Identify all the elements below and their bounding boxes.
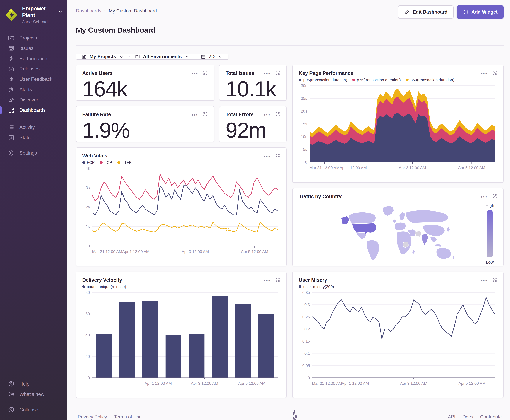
chart-legend: user_misery(300) [299, 285, 334, 289]
edit-dashboard-button[interactable]: Edit Dashboard [398, 6, 454, 19]
expand-icon[interactable] [275, 153, 280, 159]
expand-icon[interactable] [492, 277, 497, 283]
widget-title: Total Issues [226, 70, 254, 76]
widget-title: Delivery Velocity [82, 277, 126, 283]
map-legend-gradient [487, 210, 493, 257]
page-footer: Privacy Policy Terms of Use API Docs Con… [76, 405, 504, 420]
svg-text:0.35: 0.35 [302, 290, 310, 295]
stats-icon [8, 134, 15, 141]
map-region-scandinavia [399, 212, 405, 221]
org-switcher[interactable]: Empower Plant Jane Schmidt [0, 0, 67, 29]
legend-label: p75(transaction.duration) [357, 78, 401, 82]
widget-menu-button[interactable]: ••• [192, 112, 198, 117]
delivery-velocity-chart[interactable]: 020406080Apr 1 12:00 AMApr 3 12:00 AMApr… [82, 290, 281, 387]
widget-menu-button[interactable]: ••• [481, 277, 488, 283]
project-filter[interactable]: My Projects [76, 54, 129, 59]
sidebar-collapse-button[interactable]: Collapse [0, 405, 67, 415]
sidebar-item-label: Issues [19, 45, 33, 51]
svg-text:20: 20 [85, 354, 90, 359]
map-region-russia [406, 210, 448, 223]
expand-icon[interactable] [203, 112, 208, 117]
api-link[interactable]: API [448, 414, 455, 420]
svg-text:Mar 31 12:00 AM: Mar 31 12:00 AM [92, 249, 122, 254]
sidebar: Empower Plant Jane Schmidt Projects Issu… [0, 0, 67, 420]
sidebar-item-help[interactable]: Help [0, 379, 67, 389]
sidebar-item-releases[interactable]: Releases [0, 64, 67, 74]
chevron-down-icon [185, 54, 190, 59]
add-widget-button[interactable]: Add Widget [457, 6, 504, 19]
gear-icon [8, 150, 15, 156]
map-legend: High Low [485, 203, 494, 265]
kpi-value: 92m [226, 120, 280, 141]
widget-menu-button[interactable]: ••• [192, 70, 198, 76]
environment-filter[interactable]: All Environments [130, 54, 195, 59]
sidebar-item-label: Performance [19, 56, 47, 61]
map-region-usa [352, 223, 376, 234]
expand-icon[interactable] [492, 194, 497, 199]
key-page-performance-chart[interactable]: 05s10s15s20s25s30sMar 31 12:00 AMApr 1 1… [299, 83, 498, 172]
widget-menu-button[interactable]: ••• [264, 277, 271, 283]
sidebar-item-activity[interactable]: Activity [0, 122, 67, 132]
project-filter-icon [81, 54, 87, 59]
svg-text:0.05: 0.05 [302, 363, 310, 368]
sidebar-item-settings[interactable]: Settings [0, 148, 67, 158]
widget-menu-button[interactable]: ••• [481, 194, 488, 199]
map-legend-high: High [485, 203, 494, 208]
sidebar-item-dashboards[interactable]: Dashboards [0, 105, 67, 115]
widget-menu-button[interactable]: ••• [264, 112, 271, 117]
sidebar-item-whats-new[interactable]: What's new [0, 389, 67, 399]
map-region-madagascar [412, 249, 415, 254]
user-misery-chart[interactable]: 00.050.10.150.20.250.30.35Mar 31 12:00 A… [299, 290, 498, 387]
docs-link[interactable]: Docs [462, 414, 473, 420]
sidebar-item-performance[interactable]: Performance [0, 53, 67, 64]
terms-of-use-link[interactable]: Terms of Use [114, 414, 142, 420]
map-region-japan [447, 227, 450, 232]
active-indicator [0, 106, 1, 114]
widget-title: Traffic by Country [299, 194, 341, 199]
widget-menu-button[interactable]: ••• [264, 153, 271, 158]
map-region-uk [393, 219, 396, 223]
chevron-down-icon [217, 54, 223, 59]
svg-text:Apr 5 12:00 AM: Apr 5 12:00 AM [458, 381, 486, 386]
legend-label: TTFB [122, 160, 132, 165]
sidebar-item-issues[interactable]: Issues [0, 43, 67, 53]
expand-icon[interactable] [275, 112, 280, 117]
list-icon [8, 124, 15, 131]
svg-text:25s: 25s [301, 96, 307, 101]
sidebar-item-alerts[interactable]: Alerts [0, 84, 67, 95]
app-root: Empower Plant Jane Schmidt Projects Issu… [0, 0, 510, 420]
sidebar-item-stats[interactable]: Stats [0, 132, 67, 143]
sidebar-item-label: Stats [19, 135, 30, 140]
sidebar-item-projects[interactable]: Projects [0, 33, 67, 43]
sidebar-item-discover[interactable]: Discover [0, 95, 67, 105]
chart-legend: p95(transaction.duration) p75(transactio… [299, 78, 454, 82]
widget-failure-rate: Failure Rate ••• 1.9% [76, 106, 214, 142]
svg-text:0.15: 0.15 [302, 339, 310, 344]
svg-text:3s: 3s [86, 185, 90, 190]
contribute-link[interactable]: Contribute [480, 414, 502, 420]
widget-menu-button[interactable]: ••• [481, 70, 488, 76]
expand-icon[interactable] [275, 70, 280, 76]
svg-text:Apr 5 12:00 AM: Apr 5 12:00 AM [458, 165, 485, 170]
expand-icon[interactable] [203, 70, 208, 76]
legend-dot-user-misery [299, 285, 302, 288]
privacy-policy-link[interactable]: Privacy Policy [78, 414, 107, 420]
svg-text:0.1: 0.1 [304, 351, 310, 356]
web-vitals-chart[interactable]: 01s2s3s4sMar 31 12:00 AMApr 1 12:00 AMAp… [82, 166, 281, 255]
map-region-iran [415, 231, 422, 237]
svg-text:15s: 15s [301, 122, 307, 126]
chevron-down-icon [59, 10, 62, 14]
sidebar-item-user-feedback[interactable]: User Feedback [0, 74, 67, 84]
broadcast-icon [8, 391, 15, 398]
widget-active-users: Active Users ••• 164k [76, 65, 214, 101]
world-map[interactable] [334, 201, 458, 260]
date-range-filter[interactable]: 7D [195, 54, 228, 59]
breadcrumb-dashboards[interactable]: Dashboards [76, 8, 101, 14]
chart-legend: FCP LCP TTFB [82, 160, 132, 165]
widget-menu-button[interactable]: ••• [264, 70, 271, 76]
sidebar-nav: Projects Issues Performance Releases Use… [0, 29, 67, 158]
expand-icon[interactable] [492, 70, 497, 76]
svg-text:Apr 5 12:00 AM: Apr 5 12:00 AM [238, 381, 265, 386]
expand-icon[interactable] [275, 277, 280, 283]
svg-text:20s: 20s [301, 109, 307, 113]
